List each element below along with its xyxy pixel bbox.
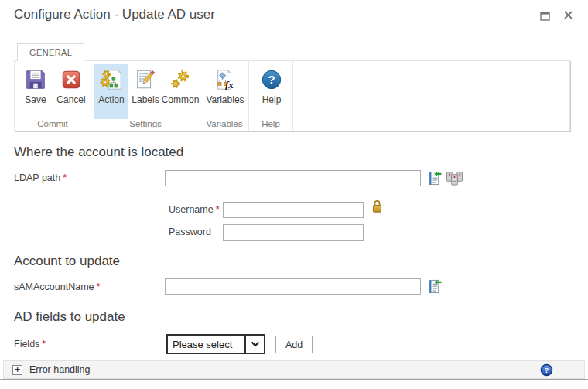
insert-reference-icon bbox=[427, 171, 442, 186]
ribbon-group-variables: fx Variables Variables bbox=[200, 61, 249, 131]
labels-button-label: Labels bbox=[132, 94, 159, 105]
variables-button-label: Variables bbox=[206, 94, 244, 105]
maximize-icon bbox=[540, 12, 550, 21]
section-title-location: Where the account is located bbox=[14, 145, 183, 160]
ldap-picker-button[interactable] bbox=[446, 171, 463, 186]
ribbon: Save Cancel Commit bbox=[14, 60, 570, 131]
ribbon-group-commit: Save Cancel Commit bbox=[15, 61, 91, 131]
username-label: Username* bbox=[169, 204, 220, 215]
common-button[interactable]: Common bbox=[162, 64, 198, 119]
common-button-label: Common bbox=[162, 94, 200, 105]
action-icon bbox=[100, 68, 123, 91]
save-button-label: Save bbox=[25, 94, 46, 105]
username-input[interactable] bbox=[223, 202, 364, 218]
required-asterisk: * bbox=[216, 204, 220, 215]
required-asterisk: * bbox=[63, 172, 67, 183]
required-asterisk: * bbox=[97, 282, 101, 292]
help-button-label: Help bbox=[262, 94, 282, 105]
error-handling-bar[interactable]: + Error handling ? bbox=[3, 360, 585, 379]
help-button[interactable]: ? Help bbox=[252, 64, 291, 119]
action-button[interactable]: Action bbox=[94, 64, 128, 119]
fields-select-value: Please select bbox=[168, 336, 244, 353]
cancel-button[interactable]: Cancel bbox=[53, 64, 89, 119]
dialog-title: Configure Action - Update AD user bbox=[14, 7, 215, 22]
error-handling-help-button[interactable]: ? bbox=[540, 363, 553, 377]
action-button-label: Action bbox=[98, 94, 124, 105]
close-icon bbox=[563, 10, 573, 20]
fields-select[interactable]: Please select bbox=[166, 334, 265, 354]
expand-plus-icon[interactable]: + bbox=[12, 365, 22, 375]
ribbon-spacer bbox=[293, 61, 569, 131]
configure-action-dialog: Configure Action - Update AD user GENERA… bbox=[0, 0, 588, 389]
chevron-down-icon bbox=[251, 341, 260, 347]
svg-text:fx: fx bbox=[225, 79, 234, 90]
cancel-button-label: Cancel bbox=[56, 94, 85, 105]
fields-label: Fields* bbox=[14, 339, 46, 350]
ribbon-group-help-label: Help bbox=[249, 119, 292, 132]
save-icon bbox=[24, 68, 47, 91]
bottom-divider bbox=[0, 379, 588, 380]
maximize-button[interactable] bbox=[540, 10, 550, 24]
section-title-account: Account to update bbox=[14, 254, 120, 269]
ribbon-group-help: ? Help Help bbox=[249, 61, 293, 131]
add-button[interactable]: Add bbox=[275, 336, 313, 353]
insert-reference-icon bbox=[427, 279, 442, 294]
labels-button[interactable]: Labels bbox=[128, 64, 162, 119]
fields-select-arrow[interactable] bbox=[244, 336, 264, 353]
variables-button[interactable]: fx Variables bbox=[203, 64, 247, 119]
ldap-path-label: LDAP path* bbox=[14, 172, 67, 183]
ldap-insert-reference-button[interactable] bbox=[427, 171, 442, 186]
ldap-picker-icon bbox=[446, 171, 463, 186]
samaccountname-label: sAMAccountName* bbox=[14, 282, 100, 292]
samaccountname-input[interactable] bbox=[165, 278, 421, 295]
ribbon-group-variables-label: Variables bbox=[200, 119, 248, 132]
help-icon: ? bbox=[260, 68, 283, 91]
variables-icon: fx bbox=[214, 68, 237, 91]
error-help-icon: ? bbox=[540, 363, 553, 377]
cancel-icon bbox=[60, 68, 83, 91]
tab-general-label: GENERAL bbox=[29, 48, 72, 57]
error-handling-label: Error handling bbox=[29, 364, 91, 375]
ribbon-group-settings: Action bbox=[91, 61, 200, 131]
password-input[interactable] bbox=[223, 224, 364, 241]
save-button[interactable]: Save bbox=[18, 64, 53, 119]
svg-text:?: ? bbox=[544, 366, 549, 374]
common-icon bbox=[169, 68, 192, 91]
credentials-lock-button[interactable] bbox=[371, 199, 383, 213]
samaccountname-insert-reference-button[interactable] bbox=[427, 279, 442, 294]
required-asterisk: * bbox=[42, 339, 46, 350]
ribbon-group-commit-label: Commit bbox=[15, 119, 91, 132]
tab-general[interactable]: GENERAL bbox=[17, 43, 84, 61]
svg-text:?: ? bbox=[268, 73, 275, 86]
ldap-path-input[interactable] bbox=[165, 170, 421, 186]
ribbon-group-settings-label: Settings bbox=[91, 119, 200, 132]
section-title-fields: AD fields to update bbox=[14, 309, 125, 325]
close-button[interactable] bbox=[563, 9, 573, 23]
labels-icon bbox=[134, 68, 157, 91]
lock-icon bbox=[371, 199, 383, 213]
password-label: Password bbox=[169, 227, 211, 237]
